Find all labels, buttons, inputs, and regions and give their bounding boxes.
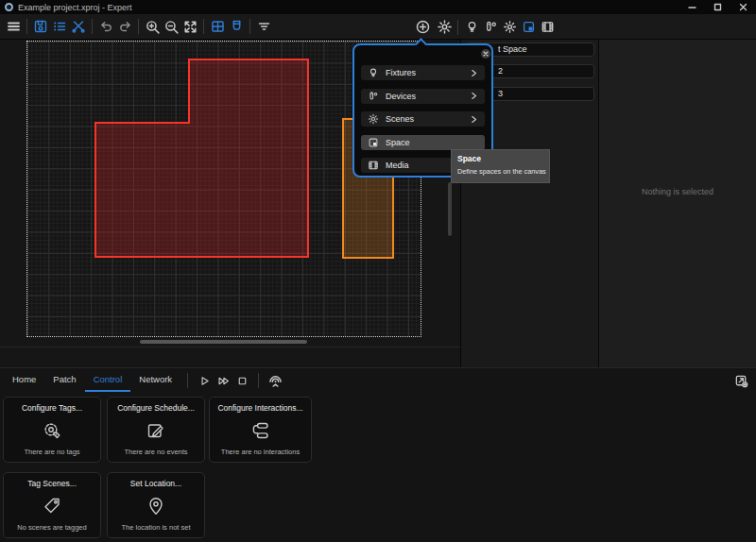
close-button[interactable] bbox=[730, 0, 756, 14]
grid-button[interactable] bbox=[208, 16, 227, 37]
redo-button[interactable] bbox=[115, 16, 134, 37]
add-button[interactable] bbox=[413, 17, 432, 38]
space-shape-red[interactable] bbox=[95, 59, 308, 257]
main-toolbar bbox=[0, 14, 756, 40]
app-logo-icon bbox=[5, 3, 13, 11]
tab-home[interactable]: Home bbox=[4, 369, 44, 392]
tabbar-separator bbox=[258, 373, 259, 388]
card-status: There are no tags bbox=[24, 448, 79, 456]
space-icon bbox=[368, 137, 379, 148]
fixtures-panel-button[interactable] bbox=[462, 17, 481, 38]
card-status: The location is not set bbox=[122, 523, 191, 532]
canvas-divider bbox=[0, 347, 460, 347]
configure-interactions-card[interactable]: Configure Interactions... There are no i… bbox=[209, 397, 312, 463]
configure-tags-card[interactable]: Configure Tags... There are no tags bbox=[3, 397, 101, 463]
toolbar-separator bbox=[92, 19, 93, 34]
tag-scenes-card[interactable]: Tag Scenes... No scenes are tagged bbox=[3, 472, 101, 538]
scenes-panel-button[interactable] bbox=[500, 17, 519, 38]
gear-icon bbox=[368, 113, 379, 125]
broadcast-collapse-button[interactable] bbox=[266, 370, 284, 391]
card-status: There are no events bbox=[124, 448, 187, 456]
card-title: Set Location... bbox=[130, 479, 181, 488]
project-list-button[interactable] bbox=[50, 16, 69, 37]
chevron-right-icon bbox=[469, 91, 478, 101]
tabbar-separator bbox=[187, 373, 188, 388]
film-icon bbox=[368, 160, 379, 171]
zoom-fit-button[interactable] bbox=[180, 16, 199, 37]
location-pin-icon bbox=[146, 496, 166, 517]
snap-magnet-button[interactable] bbox=[227, 16, 246, 37]
stop-button[interactable] bbox=[232, 370, 251, 391]
tag-gear-icon bbox=[42, 420, 62, 441]
card-title: Configure Tags... bbox=[22, 403, 82, 413]
calendar-edit-icon bbox=[146, 420, 166, 441]
menu-close-button[interactable] bbox=[481, 49, 490, 59]
space-panel-button[interactable] bbox=[519, 17, 538, 38]
save-button[interactable] bbox=[31, 16, 50, 37]
tools-button[interactable] bbox=[69, 16, 88, 37]
app-window: Example project.xproj - Expert bbox=[0, 0, 756, 542]
vertical-scrollbar[interactable] bbox=[448, 182, 452, 236]
card-status: There are no interactions bbox=[221, 448, 300, 456]
tab-control[interactable]: Control bbox=[85, 369, 131, 392]
card-title: Configure Interactions... bbox=[217, 403, 302, 413]
menu-item-scenes[interactable]: Scenes bbox=[361, 111, 485, 127]
zoom-in-button[interactable] bbox=[143, 16, 162, 37]
toolbar-separator bbox=[138, 19, 139, 34]
menu-item-label: Space bbox=[386, 138, 410, 147]
window-title: Example project.xproj - Expert bbox=[18, 3, 132, 12]
configure-schedule-card[interactable]: Configure Schedule... There are no event… bbox=[107, 397, 205, 463]
fast-forward-button[interactable] bbox=[214, 370, 232, 391]
menu-item-devices[interactable]: Devices bbox=[361, 89, 485, 104]
menu-button[interactable] bbox=[4, 16, 23, 37]
bulb-icon bbox=[368, 67, 379, 78]
media-panel-button[interactable] bbox=[538, 17, 557, 38]
inspector-empty-text: Nothing is selected bbox=[599, 187, 756, 196]
set-location-card[interactable]: Set Location... The location is not set bbox=[107, 472, 205, 538]
play-button[interactable] bbox=[195, 370, 214, 391]
space-item-label: 2 bbox=[498, 66, 503, 76]
maximize-button[interactable] bbox=[705, 0, 730, 14]
inspector-panel: Nothing is selected bbox=[598, 40, 756, 367]
card-title: Tag Scenes... bbox=[27, 479, 77, 488]
minimize-button[interactable] bbox=[679, 0, 705, 14]
chevron-right-icon bbox=[469, 68, 478, 78]
tooltip-description: Define spaces on the canvas bbox=[457, 167, 543, 176]
settings-button[interactable] bbox=[435, 17, 454, 38]
menu-item-label: Media bbox=[386, 161, 409, 170]
devices-panel-button[interactable] bbox=[481, 17, 500, 38]
bottom-panel: Home Patch Control Network Configure Tag… bbox=[0, 367, 756, 542]
tab-patch[interactable]: Patch bbox=[44, 369, 84, 392]
space-tooltip: Space Define spaces on the canvas bbox=[451, 149, 550, 183]
menu-item-label: Scenes bbox=[386, 114, 414, 124]
filter-button[interactable] bbox=[254, 16, 273, 37]
space-item-label: 3 bbox=[498, 89, 503, 98]
space-item-label: t Space bbox=[498, 44, 527, 54]
undo-button[interactable] bbox=[96, 16, 115, 37]
menu-item-fixtures[interactable]: Fixtures bbox=[361, 65, 485, 80]
interactions-icon bbox=[250, 420, 271, 441]
toolbar-separator bbox=[26, 19, 27, 34]
tab-network[interactable]: Network bbox=[130, 369, 180, 392]
card-status: No scenes are tagged bbox=[17, 523, 86, 532]
card-title: Configure Schedule... bbox=[117, 403, 195, 413]
toolbar-separator bbox=[249, 19, 250, 34]
toolbar-separator bbox=[203, 19, 204, 34]
toolbar-separator bbox=[457, 20, 458, 35]
menu-item-label: Fixtures bbox=[386, 68, 416, 77]
external-window-button[interactable] bbox=[731, 371, 750, 390]
zoom-out-button[interactable] bbox=[162, 16, 180, 37]
menu-item-space[interactable]: Space bbox=[361, 135, 485, 150]
tooltip-title: Space bbox=[457, 154, 543, 163]
title-bar: Example project.xproj - Expert bbox=[0, 0, 756, 14]
tag-icon bbox=[42, 496, 62, 517]
bottom-tab-bar: Home Patch Control Network bbox=[0, 368, 756, 393]
device-icon bbox=[368, 91, 379, 102]
chevron-right-icon bbox=[469, 114, 478, 125]
menu-item-label: Devices bbox=[386, 92, 416, 101]
horizontal-scrollbar[interactable] bbox=[140, 340, 307, 344]
